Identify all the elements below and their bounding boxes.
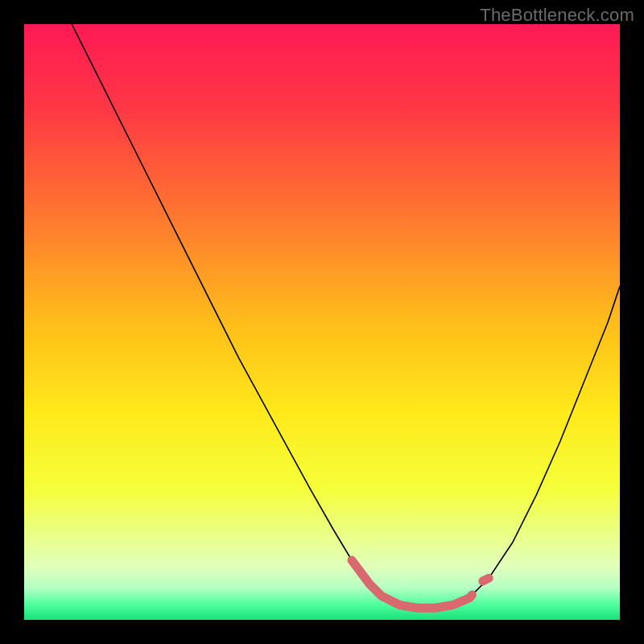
chart-frame: TheBottleneck.com [0, 0, 644, 644]
chart-plot-area [24, 24, 620, 620]
chart-background [24, 24, 620, 620]
attribution-label: TheBottleneck.com [480, 5, 634, 26]
chart-svg [24, 24, 620, 620]
series-bottleneck-valley-highlight-b [483, 578, 489, 581]
